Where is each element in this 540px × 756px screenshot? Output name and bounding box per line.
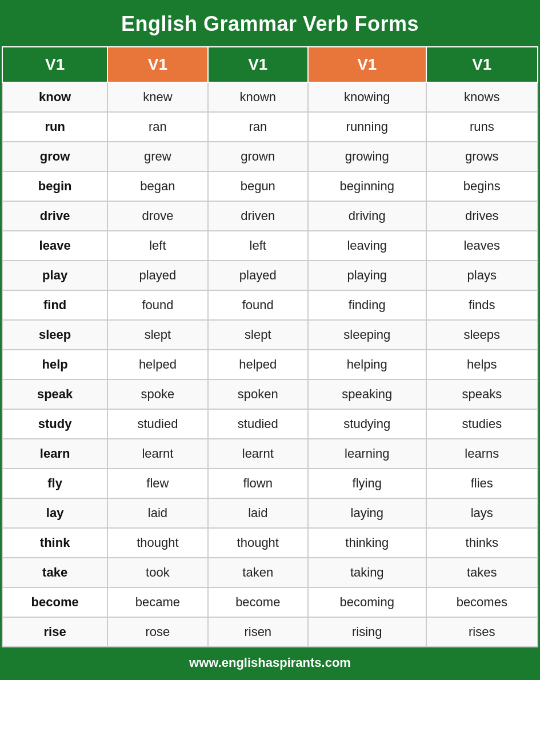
cell-2-3: growing — [308, 142, 426, 171]
cell-11-0: study — [2, 409, 107, 439]
cell-12-3: learning — [308, 439, 426, 469]
cell-18-4: rises — [426, 617, 538, 647]
cell-8-0: sleep — [2, 320, 107, 350]
cell-13-0: fly — [2, 469, 107, 498]
table-row: leaveleftleftleavingleaves — [2, 231, 538, 261]
cell-7-4: finds — [426, 290, 538, 320]
cell-13-4: flies — [426, 469, 538, 498]
cell-6-1: played — [107, 261, 207, 290]
title-bar: English Grammar Verb Forms — [2, 2, 538, 46]
cell-8-3: sleeping — [308, 320, 426, 350]
cell-10-3: speaking — [308, 379, 426, 409]
cell-0-0: know — [2, 82, 107, 112]
cell-10-4: speaks — [426, 379, 538, 409]
table-row: studystudiedstudiedstudyingstudies — [2, 409, 538, 439]
card: English Grammar Verb Forms V1V1V1V1V1 kn… — [0, 0, 540, 680]
table-row: becomebecamebecomebecomingbecomes — [2, 587, 538, 617]
header-col-3: V1 — [308, 47, 426, 82]
cell-3-3: beginning — [308, 171, 426, 201]
cell-4-0: drive — [2, 201, 107, 231]
cell-5-3: leaving — [308, 231, 426, 261]
cell-7-3: finding — [308, 290, 426, 320]
cell-11-2: studied — [208, 409, 308, 439]
cell-0-1: knew — [107, 82, 207, 112]
cell-0-3: knowing — [308, 82, 426, 112]
verb-table: V1V1V1V1V1 knowknewknownknowingknowsrunr… — [2, 46, 538, 647]
table-row: playplayedplayedplayingplays — [2, 261, 538, 290]
table-row: drivedrovedrivendrivingdrives — [2, 201, 538, 231]
cell-5-1: left — [107, 231, 207, 261]
cell-3-2: begun — [208, 171, 308, 201]
cell-12-4: learns — [426, 439, 538, 469]
cell-18-2: risen — [208, 617, 308, 647]
header-row: V1V1V1V1V1 — [2, 47, 538, 82]
cell-15-2: thought — [208, 528, 308, 558]
cell-12-0: learn — [2, 439, 107, 469]
footer-bar: www.englishaspirants.com — [2, 647, 538, 678]
table-row: findfoundfoundfindingfinds — [2, 290, 538, 320]
header-col-4: V1 — [426, 47, 538, 82]
header-col-0: V1 — [2, 47, 107, 82]
cell-14-0: lay — [2, 498, 107, 528]
cell-1-1: ran — [107, 112, 207, 142]
cell-17-2: become — [208, 587, 308, 617]
table-row: learnlearntlearntlearninglearns — [2, 439, 538, 469]
cell-8-2: slept — [208, 320, 308, 350]
cell-16-1: took — [107, 558, 207, 587]
cell-17-0: become — [2, 587, 107, 617]
cell-15-4: thinks — [426, 528, 538, 558]
cell-9-3: helping — [308, 350, 426, 379]
cell-12-1: learnt — [107, 439, 207, 469]
cell-17-4: becomes — [426, 587, 538, 617]
page-title: English Grammar Verb Forms — [7, 12, 533, 36]
header-col-2: V1 — [208, 47, 308, 82]
cell-11-4: studies — [426, 409, 538, 439]
cell-5-2: left — [208, 231, 308, 261]
cell-2-4: grows — [426, 142, 538, 171]
cell-1-0: run — [2, 112, 107, 142]
cell-6-2: played — [208, 261, 308, 290]
cell-16-3: taking — [308, 558, 426, 587]
cell-4-1: drove — [107, 201, 207, 231]
table-row: flyflewflownflyingflies — [2, 469, 538, 498]
table-head: V1V1V1V1V1 — [2, 47, 538, 82]
cell-9-2: helped — [208, 350, 308, 379]
cell-17-1: became — [107, 587, 207, 617]
cell-5-0: leave — [2, 231, 107, 261]
cell-3-0: begin — [2, 171, 107, 201]
cell-4-3: driving — [308, 201, 426, 231]
cell-14-4: lays — [426, 498, 538, 528]
cell-9-1: helped — [107, 350, 207, 379]
cell-16-0: take — [2, 558, 107, 587]
footer-text: www.englishaspirants.com — [189, 655, 351, 670]
cell-0-2: known — [208, 82, 308, 112]
cell-18-1: rose — [107, 617, 207, 647]
cell-6-3: playing — [308, 261, 426, 290]
cell-15-1: thought — [107, 528, 207, 558]
table-row: sleepsleptsleptsleepingsleeps — [2, 320, 538, 350]
cell-8-1: slept — [107, 320, 207, 350]
cell-10-0: speak — [2, 379, 107, 409]
cell-15-3: thinking — [308, 528, 426, 558]
cell-13-3: flying — [308, 469, 426, 498]
cell-7-0: find — [2, 290, 107, 320]
cell-6-0: play — [2, 261, 107, 290]
table-row: knowknewknownknowingknows — [2, 82, 538, 112]
cell-14-2: laid — [208, 498, 308, 528]
table-row: helphelpedhelpedhelpinghelps — [2, 350, 538, 379]
cell-1-4: runs — [426, 112, 538, 142]
cell-6-4: plays — [426, 261, 538, 290]
table-row: beginbeganbegunbeginningbegins — [2, 171, 538, 201]
cell-9-0: help — [2, 350, 107, 379]
cell-11-1: studied — [107, 409, 207, 439]
cell-16-2: taken — [208, 558, 308, 587]
table-row: growgrewgrowngrowinggrows — [2, 142, 538, 171]
table-row: speakspokespokenspeakingspeaks — [2, 379, 538, 409]
cell-14-3: laying — [308, 498, 426, 528]
cell-7-1: found — [107, 290, 207, 320]
cell-8-4: sleeps — [426, 320, 538, 350]
table-row: runranranrunningruns — [2, 112, 538, 142]
cell-16-4: takes — [426, 558, 538, 587]
cell-7-2: found — [208, 290, 308, 320]
cell-9-4: helps — [426, 350, 538, 379]
